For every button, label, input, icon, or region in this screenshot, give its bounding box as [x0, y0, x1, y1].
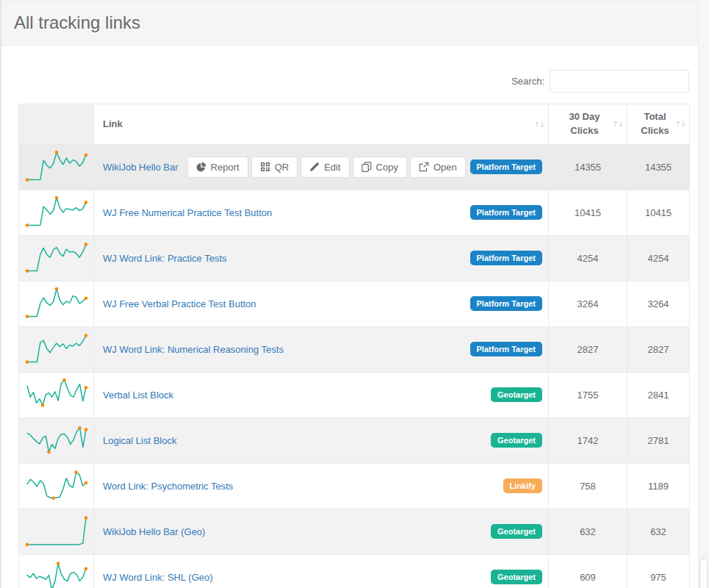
total-clicks-value: 3264: [627, 281, 690, 326]
sparkline-cell: [19, 190, 94, 235]
action-button-label: Edit: [324, 162, 340, 173]
link-type-badge: Platform Target: [470, 251, 542, 265]
link-cell: Verbal List BlockGeotarget: [94, 372, 549, 417]
30day-clicks-value: 758: [549, 463, 627, 509]
sparkline-chart: [24, 240, 89, 276]
tracking-link[interactable]: WJ Free Verbal Practice Test Button: [103, 298, 256, 309]
sparkline-chart: [24, 514, 89, 549]
table-row[interactable]: WJ Free Verbal Practice Test ButtonPlatf…: [19, 281, 690, 326]
scrollbar-thumb[interactable]: [699, 559, 708, 588]
total-clicks-value: 2781: [627, 417, 690, 463]
tracking-link[interactable]: Verbal List Block: [103, 390, 173, 401]
total-clicks-value: 2841: [627, 372, 690, 417]
page-heading: All tracking links: [0, 0, 709, 46]
tracking-link[interactable]: WikiJob Hello Bar (Geo): [103, 526, 205, 537]
pencil-icon: [309, 162, 320, 172]
link-type-badge: Linkify: [503, 478, 542, 493]
table-row[interactable]: Verbal List BlockGeotarget17552841: [19, 372, 690, 417]
tracking-link[interactable]: WJ Free Numerical Practice Test Button: [103, 207, 272, 218]
tracking-link[interactable]: WJ Word Link: Numerical Reasoning Tests: [103, 344, 284, 355]
column-header-total-clicks[interactable]: Total Clicks ↑↓: [627, 104, 690, 145]
tracking-link[interactable]: Word Link: Psychometric Tests: [103, 481, 233, 492]
column-header-30day-clicks[interactable]: 30 Day Clicks ↑↓: [549, 104, 627, 145]
sparkline-cell: [19, 417, 94, 463]
30day-clicks-value: 1742: [549, 417, 627, 463]
external-link-icon: [419, 162, 429, 172]
action-button-label: Copy: [376, 162, 398, 173]
column-header-link[interactable]: Link ↑↓: [94, 104, 549, 145]
link-cell: WJ Word Link: Practice TestsPlatform Tar…: [94, 235, 549, 281]
edit-button[interactable]: Edit: [300, 157, 349, 178]
link-type-badge: Platform Target: [470, 296, 542, 311]
total-clicks-value: 10415: [627, 190, 690, 235]
sparkline-chart: [24, 423, 89, 458]
table-row[interactable]: WJ Word Link: Numerical Reasoning TestsP…: [19, 326, 690, 372]
link-cell: Word Link: Psychometric TestsLinkify: [94, 463, 549, 509]
link-type-badge: Platform Target: [470, 205, 542, 220]
link-type-badge: Geotarget: [491, 570, 542, 584]
scrollbar[interactable]: [698, 0, 709, 588]
action-button-label: Report: [211, 162, 240, 173]
table-row[interactable]: Word Link: Psychometric TestsLinkify7581…: [19, 463, 690, 509]
link-cell: WJ Free Numerical Practice Test ButtonPl…: [94, 190, 549, 235]
table-row[interactable]: WJ Word Link: SHL (Geo)Geotarget609975: [19, 554, 690, 588]
total-clicks-value: 4254: [627, 235, 690, 281]
sort-icons: ↑↓: [674, 119, 685, 130]
column-header-label: 30 Day Clicks: [569, 111, 600, 136]
sparkline-cell: [19, 372, 94, 417]
sparkline-cell: [19, 463, 94, 509]
pie-chart-icon: [196, 162, 206, 172]
sparkline-chart: [24, 195, 89, 230]
copy-button[interactable]: Copy: [353, 157, 407, 178]
sparkline-chart: [24, 559, 89, 588]
link-cell: WJ Word Link: SHL (Geo)Geotarget: [94, 554, 549, 588]
link-type-badge: Geotarget: [491, 387, 542, 402]
search-input[interactable]: [550, 70, 689, 93]
content-panel: Search: Link ↑↓ 30 Day Clicks ↑↓ Total C…: [0, 46, 709, 588]
search-row: Search:: [18, 70, 689, 93]
open-button[interactable]: Open: [410, 157, 466, 178]
table-header-row: Link ↑↓ 30 Day Clicks ↑↓ Total Clicks ↑↓: [19, 104, 690, 145]
30day-clicks-value: 10415: [549, 190, 627, 235]
sparkline-chart: [24, 377, 89, 412]
tracking-link[interactable]: WikiJob Hello Bar: [103, 162, 179, 173]
total-clicks-value: 632: [627, 509, 690, 554]
table-row[interactable]: WJ Word Link: Practice TestsPlatform Tar…: [19, 235, 690, 281]
sort-icons: ↑↓: [612, 119, 623, 130]
tracking-link[interactable]: WJ Word Link: Practice Tests: [103, 253, 227, 264]
link-type-badge: Geotarget: [491, 433, 542, 448]
sparkline-chart: [24, 468, 89, 503]
tracking-link[interactable]: WJ Word Link: SHL (Geo): [103, 572, 213, 583]
sparkline-chart: [24, 149, 89, 184]
qr-button[interactable]: QR: [251, 157, 298, 178]
table-body: WikiJob Hello BarReportQREditCopyOpenPla…: [19, 144, 690, 588]
sparkline-cell: [19, 326, 94, 372]
sparkline-cell: [19, 509, 94, 554]
sparkline-cell: [19, 144, 94, 190]
sparkline-chart: [24, 331, 89, 367]
sparkline-cell: [19, 554, 94, 588]
report-button[interactable]: Report: [187, 157, 248, 178]
tracking-link[interactable]: Logical List Block: [103, 435, 176, 446]
30day-clicks-value: 609: [549, 554, 627, 588]
30day-clicks-value: 3264: [549, 281, 627, 326]
table-row[interactable]: Logical List BlockGeotarget17422781: [19, 417, 690, 463]
sparkline-cell: [19, 235, 94, 281]
column-header-label: Link: [103, 118, 123, 129]
30day-clicks-value: 4254: [549, 235, 627, 281]
link-cell: WikiJob Hello Bar (Geo)Geotarget: [94, 509, 549, 554]
sparkline-cell: [19, 281, 94, 326]
link-cell: WikiJob Hello BarReportQREditCopyOpenPla…: [94, 144, 549, 190]
total-clicks-value: 14355: [627, 144, 690, 190]
tracking-links-table: Link ↑↓ 30 Day Clicks ↑↓ Total Clicks ↑↓…: [18, 104, 690, 588]
row-actions-toolbar: ReportQREditCopyOpen: [187, 157, 466, 178]
30day-clicks-value: 14355: [549, 144, 627, 190]
qr-code-icon: [260, 162, 270, 172]
table-row[interactable]: WikiJob Hello Bar (Geo)Geotarget632632: [19, 509, 690, 554]
sort-icons: ↑↓: [533, 120, 544, 128]
action-button-label: Open: [433, 162, 457, 173]
table-row[interactable]: WJ Free Numerical Practice Test ButtonPl…: [19, 190, 690, 235]
link-cell: Logical List BlockGeotarget: [94, 417, 549, 463]
table-row[interactable]: WikiJob Hello BarReportQREditCopyOpenPla…: [19, 144, 690, 190]
total-clicks-value: 975: [627, 554, 690, 588]
